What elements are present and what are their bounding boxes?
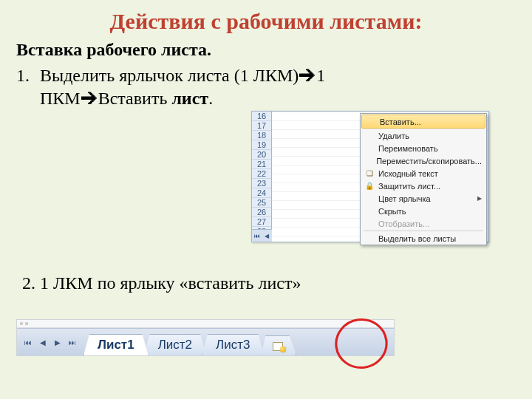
menu-source[interactable]: ❏ Исходный текст xyxy=(361,167,486,180)
menu-select-all-label: Выделить все листы xyxy=(378,234,456,243)
row-header: 16 xyxy=(252,112,271,121)
menu-insert[interactable]: Вставить... xyxy=(361,115,485,129)
row-headers: 16 17 18 19 20 21 22 23 24 25 26 27 28 ⏮… xyxy=(252,112,272,242)
slide-subtitle: Вставка рабочего листа. xyxy=(0,34,532,64)
menu-unhide-label: Отобразить... xyxy=(378,219,429,228)
nav-next-icon[interactable]: ▶ xyxy=(51,335,64,349)
menu-delete[interactable]: Удалить xyxy=(361,129,486,142)
nav-last-icon[interactable]: ⏭ xyxy=(66,335,79,349)
row-header: 27 xyxy=(252,217,271,227)
prev-icon[interactable]: ◀ xyxy=(262,231,271,240)
menu-source-label: Исходный текст xyxy=(378,169,438,178)
row-header: 19 xyxy=(252,140,271,150)
menu-move[interactable]: Переместить/скопировать... xyxy=(361,154,486,167)
step-1-text-c: . xyxy=(208,89,213,108)
menu-color-label: Цвет ярлычка xyxy=(378,194,431,203)
dot-icon xyxy=(25,322,28,325)
sheet-tab-1-label: Лист1 xyxy=(98,338,134,352)
row-header: 20 xyxy=(252,150,271,160)
menu-rename-label: Переименовать xyxy=(378,144,438,153)
blank-icon xyxy=(364,143,375,154)
sheet-tab-3[interactable]: Лист3 xyxy=(202,334,264,355)
blank-icon xyxy=(364,194,375,204)
row-header: 24 xyxy=(252,188,271,198)
menu-select-all[interactable]: Выделить все листы xyxy=(361,232,486,245)
code-icon: ❏ xyxy=(364,168,375,179)
dot-icon xyxy=(20,322,23,325)
blank-icon xyxy=(364,206,375,216)
row-header: 18 xyxy=(252,131,271,140)
menu-delete-label: Удалить xyxy=(378,132,409,140)
sheet-context-menu: Вставить... Удалить Переименовать Переме… xyxy=(360,113,487,245)
menu-move-label: Переместить/скопировать... xyxy=(376,157,482,166)
sheet-tab-1[interactable]: Лист1 xyxy=(83,334,149,355)
menu-hide-label: Скрыть xyxy=(378,207,406,216)
menu-insert-label: Вставить... xyxy=(380,117,421,126)
lock-icon: 🔒 xyxy=(364,181,375,191)
menu-rename[interactable]: Переименовать xyxy=(361,142,486,154)
menu-color[interactable]: Цвет ярлычка ▶ xyxy=(361,192,486,205)
excel-context-menu-screenshot: 16 17 18 19 20 21 22 23 24 25 26 27 28 ⏮… xyxy=(251,111,489,242)
row-header: 17 xyxy=(252,121,271,131)
step-1-number: 1. xyxy=(16,64,40,86)
tab-nav: ⏮ ◀ ▶ ⏭ xyxy=(20,331,83,355)
slide-title: Действия с рабочими листами: xyxy=(0,0,532,34)
tabbar-main: ⏮ ◀ ▶ ⏭ Лист1 Лист2 Лист3 xyxy=(17,328,394,355)
menu-hide[interactable]: Скрыть xyxy=(361,205,486,217)
sheet-tab-bar-screenshot: ⏮ ◀ ▶ ⏭ Лист1 Лист2 Лист3 xyxy=(16,319,395,356)
insert-sheet-tab[interactable] xyxy=(261,335,296,355)
row-header: 26 xyxy=(252,208,271,217)
menu-protect-label: Защитить лист... xyxy=(378,182,440,191)
sheet-tab-2[interactable]: Лист2 xyxy=(144,334,206,355)
step-2-text: 2. 1 ЛКМ по ярлыку «вставить лист» xyxy=(22,273,301,293)
first-icon[interactable]: ⏮ xyxy=(253,231,262,240)
grid-area: Вставить... Удалить Переименовать Переме… xyxy=(272,112,488,242)
nav-prev-icon[interactable]: ◀ xyxy=(36,335,50,349)
row-header: 21 xyxy=(252,160,271,169)
menu-protect[interactable]: 🔒 Защитить лист... xyxy=(361,180,486,192)
row-header: 25 xyxy=(252,198,271,208)
blank-icon xyxy=(364,233,375,244)
row-header: 23 xyxy=(252,179,271,188)
row-header: 22 xyxy=(252,169,271,179)
step-1-text-bold: лист xyxy=(171,89,208,108)
insert-sheet-icon xyxy=(273,341,284,351)
menu-separator xyxy=(364,231,483,231)
chevron-right-icon: ▶ xyxy=(477,195,482,202)
sheet-tab-3-label: Лист3 xyxy=(216,338,250,352)
tabbar-topstrip xyxy=(17,320,394,328)
sheet-tab-2-label: Лист2 xyxy=(158,338,192,352)
blank-icon xyxy=(364,219,375,229)
menu-unhide: Отобразить... xyxy=(361,217,486,230)
step-1: 1. Выделить ярлычок листа (1 ЛКМ)🡪1 ПКМ🡪… xyxy=(0,64,532,110)
insert-icon xyxy=(365,117,377,127)
step-1-text: Выделить ярлычок листа (1 ЛКМ)🡪1 ПКМ🡪Вст… xyxy=(40,64,350,110)
blank-icon xyxy=(364,131,375,141)
blank-icon xyxy=(364,156,373,166)
nav-first-icon[interactable]: ⏮ xyxy=(21,335,35,349)
